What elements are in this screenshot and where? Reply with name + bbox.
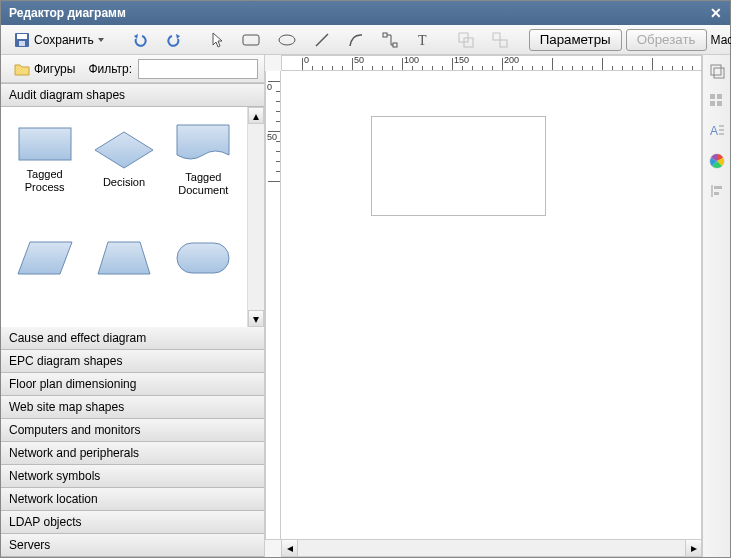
svg-rect-18: [711, 65, 721, 75]
shape-item[interactable]: [84, 209, 163, 307]
category-item[interactable]: Servers: [1, 534, 264, 557]
shapes-panel: Tagged ProcessDecisionTagged Document ▴ …: [1, 107, 264, 327]
connector-tool[interactable]: [375, 29, 405, 51]
canvas[interactable]: [281, 71, 702, 540]
grid-button[interactable]: [707, 91, 727, 111]
undo-icon: [132, 33, 148, 47]
ruler-label: 200: [504, 55, 519, 65]
shape-preview: [16, 240, 74, 276]
undo-button[interactable]: [125, 29, 155, 51]
filter-input[interactable]: [138, 59, 258, 79]
svg-line-5: [316, 34, 328, 46]
shape-preview: [17, 126, 73, 162]
color-button[interactable]: [707, 151, 727, 171]
close-icon[interactable]: ✕: [710, 5, 722, 21]
window-title: Редактор диаграмм: [9, 6, 126, 20]
scroll-right-icon[interactable]: ▸: [685, 539, 702, 557]
svg-rect-11: [493, 33, 500, 40]
text-format-icon: A: [709, 123, 725, 139]
shape-preview: [175, 123, 231, 165]
shape-item[interactable]: [5, 209, 84, 307]
svg-rect-31: [714, 192, 719, 195]
parameters-button[interactable]: Параметры: [529, 29, 622, 51]
text-tool[interactable]: T: [409, 29, 437, 51]
text-icon: T: [416, 33, 430, 47]
floppy-icon: [14, 32, 30, 48]
category-item[interactable]: Web site map shapes: [1, 396, 264, 419]
color-wheel-icon: [709, 153, 725, 169]
shape-item[interactable]: Tagged Process: [5, 111, 84, 209]
ellipse-tool[interactable]: [271, 29, 303, 51]
layers-icon: [709, 63, 725, 79]
svg-text:A: A: [710, 124, 718, 138]
ungroup-tool[interactable]: [485, 29, 515, 51]
canvas-shape[interactable]: [371, 116, 546, 216]
layers-button[interactable]: [707, 61, 727, 81]
group-tool[interactable]: [451, 29, 481, 51]
shapes-label: Фигуры: [34, 62, 75, 76]
svg-rect-22: [710, 101, 715, 106]
category-item[interactable]: Network and peripherals: [1, 442, 264, 465]
curve-tool[interactable]: [341, 29, 371, 51]
svg-rect-21: [717, 94, 722, 99]
svg-rect-3: [243, 35, 259, 45]
textformat-button[interactable]: A: [707, 121, 727, 141]
pointer-tool[interactable]: [203, 29, 231, 51]
pointer-icon: [210, 32, 224, 48]
svg-rect-6: [383, 33, 387, 37]
filter-label: Фильтр:: [88, 62, 132, 76]
line-icon: [314, 32, 330, 48]
connector-icon: [382, 32, 398, 48]
category-item[interactable]: EPC diagram shapes: [1, 350, 264, 373]
shape-label: Tagged Document: [169, 171, 238, 197]
svg-rect-17: [177, 243, 229, 273]
scroll-down-icon[interactable]: ▾: [248, 310, 264, 327]
canvas-wrap: 050100150200 050 ◂ ▸: [265, 55, 730, 557]
ungroup-icon: [492, 32, 508, 48]
shapes-scrollbar[interactable]: ▴ ▾: [247, 107, 264, 327]
ruler-label: 50: [354, 55, 364, 65]
titlebar: Редактор диаграмм ✕: [1, 1, 730, 25]
shape-item[interactable]: Decision: [84, 111, 163, 209]
svg-rect-13: [19, 128, 71, 160]
ruler-label: 0: [267, 82, 272, 92]
category-item[interactable]: Computers and monitors: [1, 419, 264, 442]
vertical-ruler: 050: [265, 71, 281, 540]
rect-icon: [242, 33, 260, 47]
shapes-button[interactable]: Фигуры: [7, 58, 82, 80]
ellipse-icon: [278, 33, 296, 47]
scroll-up-icon[interactable]: ▴: [248, 107, 264, 124]
shape-label: Tagged Process: [10, 168, 79, 194]
category-item[interactable]: Cause and effect diagram: [1, 327, 264, 350]
line-tool[interactable]: [307, 29, 337, 51]
horizontal-ruler: 050100150200: [281, 55, 702, 71]
shape-item[interactable]: Tagged Document: [164, 111, 243, 209]
save-button[interactable]: Сохранить: [7, 29, 111, 51]
shape-preview: [93, 130, 155, 170]
redo-icon: [166, 33, 182, 47]
svg-marker-14: [95, 132, 153, 168]
sidebar: Фигуры Фильтр: Audit diagram shapes Tagg…: [1, 55, 265, 557]
shape-item[interactable]: [164, 209, 243, 307]
curve-icon: [348, 32, 364, 48]
svg-rect-19: [714, 68, 724, 78]
align-icon: [709, 183, 725, 199]
scroll-left-icon[interactable]: ◂: [281, 539, 298, 557]
redo-button[interactable]: [159, 29, 189, 51]
folder-icon: [14, 62, 30, 76]
category-item[interactable]: LDAP objects: [1, 511, 264, 534]
canvas-hscrollbar[interactable]: ◂ ▸: [281, 540, 702, 557]
category-item[interactable]: Network location: [1, 488, 264, 511]
category-open[interactable]: Audit diagram shapes: [1, 83, 264, 107]
category-item[interactable]: Floor plan dimensioning: [1, 373, 264, 396]
svg-point-4: [279, 35, 295, 45]
grid-icon: [709, 93, 725, 109]
right-rail: A: [702, 55, 730, 557]
ruler-label: 150: [454, 55, 469, 65]
crop-button[interactable]: Обрезать: [626, 29, 707, 51]
rect-tool[interactable]: [235, 29, 267, 51]
group-icon: [458, 32, 474, 48]
svg-rect-7: [393, 43, 397, 47]
align-button[interactable]: [707, 181, 727, 201]
category-item[interactable]: Network symbols: [1, 465, 264, 488]
